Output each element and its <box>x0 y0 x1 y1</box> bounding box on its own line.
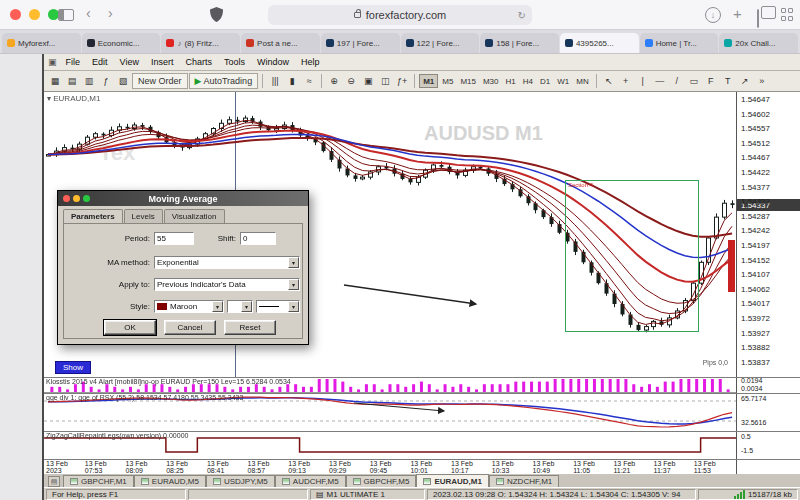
timeframe-w1[interactable]: W1 <box>554 74 572 88</box>
tab-overview-icon[interactable] <box>757 9 759 28</box>
menu-view[interactable]: View <box>114 55 145 69</box>
download-icon[interactable]: ↓ <box>705 7 721 23</box>
menu-edit[interactable]: Edit <box>86 55 114 69</box>
tab-groups-icon[interactable] <box>781 8 794 21</box>
browser-tab-4[interactable]: Post a ne... <box>241 33 320 53</box>
time-axis[interactable]: 13 Feb 202313 Feb 07:5313 Feb 08:0913 Fe… <box>44 459 736 474</box>
toolbar-overflow-button[interactable]: » <box>754 73 770 89</box>
vertical-line-button[interactable]: | <box>635 73 651 89</box>
timeframe-m1[interactable]: M1 <box>419 74 438 88</box>
dialog-tab-levels[interactable]: Levels <box>124 209 163 223</box>
ma-method-select[interactable]: Exponential ▾ <box>154 256 300 269</box>
style-color-select[interactable]: Maroon ▾ <box>154 300 224 313</box>
back-icon[interactable]: ‹ <box>86 5 91 21</box>
dialog-tab-visualization[interactable]: Visualization <box>164 209 225 223</box>
shift-input[interactable]: 0 <box>240 232 276 245</box>
browser-tab-10[interactable]: 20x Chall... <box>719 33 798 53</box>
chart-tab-usdjpym5[interactable]: USDJPY,M5 <box>206 475 275 487</box>
address-bar[interactable]: forexfactory.com ↻ <box>268 5 532 25</box>
browser-tab-2[interactable]: Economic... <box>82 33 161 53</box>
profiles-button[interactable]: ▤ <box>64 73 80 89</box>
apply-to-select[interactable]: Previous Indicator's Data ▾ <box>154 278 300 291</box>
moving-average-dialog[interactable]: Moving Average ParametersLevelsVisualiza… <box>57 190 309 345</box>
cursor-button[interactable]: ↖ <box>601 73 617 89</box>
browser-tab-9[interactable]: Home | Tr... <box>640 33 719 53</box>
navigator-button[interactable]: ▧ <box>115 73 131 89</box>
show-button[interactable]: Show <box>55 361 91 374</box>
autotrading-button[interactable]: ▶AutoTrading <box>189 73 259 89</box>
style-width-select[interactable]: ▾ <box>227 300 253 313</box>
tab-scroll-icon[interactable]: ▤ <box>48 476 60 487</box>
price-axis[interactable]: 1.54337 0.0194 0.0034 65.7174 32.5616 0.… <box>736 92 800 474</box>
indicators-button[interactable]: ƒ+ <box>394 73 410 89</box>
candlestick-chart-button[interactable]: ▮ <box>284 73 300 89</box>
timeframe-h1[interactable]: H1 <box>503 74 519 88</box>
chevron-down-icon[interactable]: ▾ <box>288 257 299 268</box>
text-button[interactable]: T <box>720 73 736 89</box>
new-chart-button[interactable]: ▦ <box>47 73 63 89</box>
timeframe-d1[interactable]: D1 <box>537 74 553 88</box>
rectangle-button[interactable]: ▭ <box>686 73 702 89</box>
annotation-rectangle[interactable]: Section 4 <box>565 180 699 332</box>
collapse-icon[interactable]: ▾ <box>47 94 51 103</box>
menu-window[interactable]: Window <box>251 55 295 69</box>
arrow-tool-button[interactable]: ↗ <box>737 73 753 89</box>
zoom-in-button[interactable]: ⊕ <box>326 73 342 89</box>
tile-windows-button[interactable]: ▣ <box>360 73 376 89</box>
menu-tools[interactable]: Tools <box>218 55 251 69</box>
chart-tab-audchfm5[interactable]: AUDCHF,M5 <box>275 475 346 487</box>
data-window-button[interactable]: ƒ <box>98 73 114 89</box>
chevron-down-icon[interactable]: ▾ <box>212 301 223 312</box>
tab-audio-icon[interactable]: ♪ <box>177 39 181 48</box>
trendline-button[interactable]: / <box>669 73 685 89</box>
dialog-titlebar[interactable]: Moving Average <box>58 191 308 206</box>
bar-chart-button[interactable]: ||| <box>267 73 283 89</box>
timeframe-m30[interactable]: M30 <box>480 74 502 88</box>
line-chart-button[interactable]: ≈ <box>301 73 317 89</box>
browser-tab-5[interactable]: 197 | Fore... <box>321 33 400 53</box>
timeframe-mn[interactable]: MN <box>573 74 591 88</box>
chevron-down-icon[interactable]: ▾ <box>288 279 299 290</box>
minimize-button[interactable] <box>29 9 40 20</box>
market-watch-button[interactable]: ▥ <box>81 73 97 89</box>
timeframe-m15[interactable]: M15 <box>457 74 479 88</box>
chart-tab-euraudm5[interactable]: EURAUD,M5 <box>134 475 206 487</box>
timeframe-m5[interactable]: M5 <box>439 74 456 88</box>
cancel-button[interactable]: Cancel <box>164 320 216 335</box>
zoom-out-button[interactable]: ⊖ <box>343 73 359 89</box>
browser-tab-8[interactable]: 4395265... <box>560 33 639 53</box>
crosshair-button[interactable]: + <box>618 73 634 89</box>
dialog-zoom-button[interactable] <box>83 195 90 202</box>
browser-tab-1[interactable]: Myforexf... <box>2 33 81 53</box>
new-order-button[interactable]: New Order <box>132 73 188 89</box>
auto-scroll-button[interactable]: ◫ <box>377 73 393 89</box>
chart-tab-gbpchfm1[interactable]: GBPCHF,M1 <box>63 475 134 487</box>
fibonacci-button[interactable]: F <box>703 73 719 89</box>
close-button[interactable] <box>10 9 21 20</box>
period-input[interactable]: 55 <box>154 232 194 245</box>
reset-button[interactable]: Reset <box>224 320 276 335</box>
chevron-down-icon[interactable]: ▾ <box>288 301 299 312</box>
chart-tab-nzdchfm1[interactable]: NZDCHF,M1 <box>489 475 559 487</box>
browser-tab-6[interactable]: 122 | Fore... <box>401 33 480 53</box>
browser-tab-7[interactable]: 158 | Fore... <box>480 33 559 53</box>
timeframe-h4[interactable]: H4 <box>520 74 536 88</box>
menu-file[interactable]: File <box>60 55 87 69</box>
browser-tab-3[interactable]: ♪(8) Fritz... <box>161 33 240 53</box>
menu-insert[interactable]: Insert <box>145 55 180 69</box>
chart-tab-euraudm1[interactable]: EURAUD,M1 <box>416 474 489 487</box>
forward-icon[interactable]: › <box>108 5 113 21</box>
dialog-minimize-button[interactable] <box>73 195 80 202</box>
menu-help[interactable]: Help <box>295 55 326 69</box>
chart-tab-gbpchfm5[interactable]: GBPCHF,M5 <box>346 475 417 487</box>
ok-button[interactable]: OK <box>104 320 156 335</box>
new-tab-icon[interactable]: + <box>733 5 742 22</box>
dialog-close-button[interactable] <box>63 195 70 202</box>
style-line-select[interactable]: ▾ <box>256 300 300 313</box>
chevron-down-icon[interactable]: ▾ <box>241 301 252 312</box>
dialog-tab-parameters[interactable]: Parameters <box>63 209 123 223</box>
sidebar-icon[interactable] <box>58 9 74 21</box>
horizontal-line-button[interactable]: — <box>652 73 668 89</box>
menu-charts[interactable]: Charts <box>179 55 218 69</box>
reload-icon[interactable]: ↻ <box>518 10 526 21</box>
